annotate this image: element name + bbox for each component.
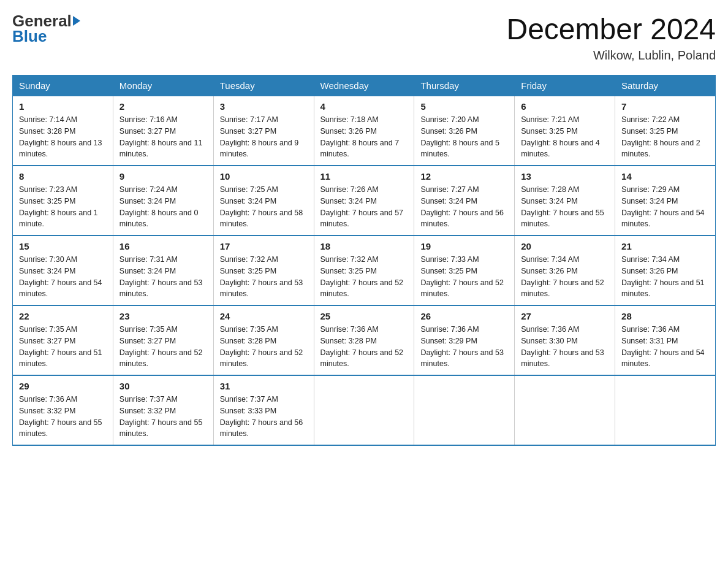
day-cell: 17 Sunrise: 7:32 AMSunset: 3:25 PMDaylig… (213, 236, 314, 305)
day-number: 19 (420, 241, 508, 251)
logo: General Blue (12, 12, 80, 45)
day-number: 3 (220, 101, 308, 112)
day-number: 15 (19, 241, 107, 251)
logo-arrow-icon (73, 16, 80, 26)
week-row-4: 22 Sunrise: 7:35 AMSunset: 3:27 PMDaylig… (13, 305, 716, 375)
day-info: Sunrise: 7:24 AMSunset: 3:24 PMDaylight:… (119, 185, 199, 228)
day-number: 11 (320, 171, 408, 182)
day-info: Sunrise: 7:25 AMSunset: 3:24 PMDaylight:… (220, 185, 303, 228)
header-day-wednesday: Wednesday (314, 75, 414, 96)
day-cell: 12 Sunrise: 7:27 AMSunset: 3:24 PMDaylig… (414, 166, 515, 236)
day-info: Sunrise: 7:31 AMSunset: 3:24 PMDaylight:… (119, 255, 203, 298)
day-cell: 7 Sunrise: 7:22 AMSunset: 3:25 PMDayligh… (615, 96, 716, 166)
day-number: 31 (220, 381, 308, 391)
day-info: Sunrise: 7:28 AMSunset: 3:24 PMDaylight:… (521, 185, 604, 228)
day-info: Sunrise: 7:36 AMSunset: 3:29 PMDaylight:… (420, 325, 504, 368)
day-info: Sunrise: 7:36 AMSunset: 3:31 PMDaylight:… (621, 325, 705, 368)
day-info: Sunrise: 7:16 AMSunset: 3:27 PMDaylight:… (119, 115, 203, 158)
day-cell: 14 Sunrise: 7:29 AMSunset: 3:24 PMDaylig… (615, 166, 716, 236)
day-cell: 28 Sunrise: 7:36 AMSunset: 3:31 PMDaylig… (615, 305, 716, 375)
day-info: Sunrise: 7:36 AMSunset: 3:32 PMDaylight:… (19, 395, 102, 438)
day-info: Sunrise: 7:33 AMSunset: 3:25 PMDaylight:… (420, 255, 504, 298)
day-info: Sunrise: 7:32 AMSunset: 3:25 PMDaylight:… (320, 255, 404, 298)
day-number: 25 (320, 311, 408, 321)
header-day-thursday: Thursday (414, 75, 515, 96)
header-day-saturday: Saturday (615, 75, 716, 96)
day-number: 17 (220, 241, 308, 251)
day-cell: 22 Sunrise: 7:35 AMSunset: 3:27 PMDaylig… (13, 305, 113, 375)
day-info: Sunrise: 7:36 AMSunset: 3:28 PMDaylight:… (320, 325, 404, 368)
day-number: 24 (220, 311, 308, 321)
header-day-friday: Friday (515, 75, 615, 96)
day-cell (515, 375, 615, 445)
day-number: 27 (521, 311, 609, 321)
day-number: 29 (19, 381, 107, 391)
month-title: December 2024 (506, 12, 716, 46)
calendar-table: SundayMondayTuesdayWednesdayThursdayFrid… (12, 75, 716, 446)
day-number: 10 (220, 171, 308, 182)
day-info: Sunrise: 7:26 AMSunset: 3:24 PMDaylight:… (320, 185, 404, 228)
day-cell: 3 Sunrise: 7:17 AMSunset: 3:27 PMDayligh… (213, 96, 314, 166)
day-cell: 4 Sunrise: 7:18 AMSunset: 3:26 PMDayligh… (314, 96, 414, 166)
day-cell: 11 Sunrise: 7:26 AMSunset: 3:24 PMDaylig… (314, 166, 414, 236)
title-block: December 2024 Wilkow, Lublin, Poland (506, 12, 716, 63)
day-number: 12 (420, 171, 508, 182)
week-row-5: 29 Sunrise: 7:36 AMSunset: 3:32 PMDaylig… (13, 375, 716, 445)
day-cell: 13 Sunrise: 7:28 AMSunset: 3:24 PMDaylig… (515, 166, 615, 236)
day-number: 9 (119, 171, 207, 182)
day-cell: 16 Sunrise: 7:31 AMSunset: 3:24 PMDaylig… (113, 236, 213, 305)
day-info: Sunrise: 7:36 AMSunset: 3:30 PMDaylight:… (521, 325, 604, 368)
day-number: 16 (119, 241, 207, 251)
day-number: 8 (19, 171, 107, 182)
day-info: Sunrise: 7:21 AMSunset: 3:25 PMDaylight:… (521, 115, 600, 158)
header-day-sunday: Sunday (13, 75, 113, 96)
day-cell (414, 375, 515, 445)
day-info: Sunrise: 7:37 AMSunset: 3:32 PMDaylight:… (119, 395, 203, 438)
day-number: 6 (521, 101, 609, 112)
day-info: Sunrise: 7:17 AMSunset: 3:27 PMDaylight:… (220, 115, 299, 158)
header-day-monday: Monday (113, 75, 213, 96)
day-cell: 18 Sunrise: 7:32 AMSunset: 3:25 PMDaylig… (314, 236, 414, 305)
day-cell: 15 Sunrise: 7:30 AMSunset: 3:24 PMDaylig… (13, 236, 113, 305)
week-row-3: 15 Sunrise: 7:30 AMSunset: 3:24 PMDaylig… (13, 236, 716, 305)
day-cell (314, 375, 414, 445)
day-cell: 23 Sunrise: 7:35 AMSunset: 3:27 PMDaylig… (113, 305, 213, 375)
day-cell: 24 Sunrise: 7:35 AMSunset: 3:28 PMDaylig… (213, 305, 314, 375)
day-info: Sunrise: 7:35 AMSunset: 3:27 PMDaylight:… (119, 325, 203, 368)
day-cell: 5 Sunrise: 7:20 AMSunset: 3:26 PMDayligh… (414, 96, 515, 166)
day-number: 20 (521, 241, 609, 251)
day-cell (615, 375, 716, 445)
day-info: Sunrise: 7:35 AMSunset: 3:28 PMDaylight:… (220, 325, 303, 368)
day-cell: 2 Sunrise: 7:16 AMSunset: 3:27 PMDayligh… (113, 96, 213, 166)
day-number: 23 (119, 311, 207, 321)
day-cell: 1 Sunrise: 7:14 AMSunset: 3:28 PMDayligh… (13, 96, 113, 166)
day-number: 18 (320, 241, 408, 251)
day-number: 28 (621, 311, 709, 321)
day-cell: 20 Sunrise: 7:34 AMSunset: 3:26 PMDaylig… (515, 236, 615, 305)
location-text: Wilkow, Lublin, Poland (506, 48, 716, 63)
day-info: Sunrise: 7:27 AMSunset: 3:24 PMDaylight:… (420, 185, 504, 228)
week-row-1: 1 Sunrise: 7:14 AMSunset: 3:28 PMDayligh… (13, 96, 716, 166)
day-number: 4 (320, 101, 408, 112)
day-cell: 26 Sunrise: 7:36 AMSunset: 3:29 PMDaylig… (414, 305, 515, 375)
page-header: General Blue December 2024 Wilkow, Lubli… (12, 12, 716, 63)
day-number: 2 (119, 101, 207, 112)
day-cell: 29 Sunrise: 7:36 AMSunset: 3:32 PMDaylig… (13, 375, 113, 445)
day-cell: 10 Sunrise: 7:25 AMSunset: 3:24 PMDaylig… (213, 166, 314, 236)
week-row-2: 8 Sunrise: 7:23 AMSunset: 3:25 PMDayligh… (13, 166, 716, 236)
day-number: 22 (19, 311, 107, 321)
day-cell: 30 Sunrise: 7:37 AMSunset: 3:32 PMDaylig… (113, 375, 213, 445)
day-cell: 6 Sunrise: 7:21 AMSunset: 3:25 PMDayligh… (515, 96, 615, 166)
day-info: Sunrise: 7:22 AMSunset: 3:25 PMDaylight:… (621, 115, 700, 158)
day-cell: 25 Sunrise: 7:36 AMSunset: 3:28 PMDaylig… (314, 305, 414, 375)
day-cell: 21 Sunrise: 7:34 AMSunset: 3:26 PMDaylig… (615, 236, 716, 305)
day-cell: 27 Sunrise: 7:36 AMSunset: 3:30 PMDaylig… (515, 305, 615, 375)
day-info: Sunrise: 7:29 AMSunset: 3:24 PMDaylight:… (621, 185, 705, 228)
day-info: Sunrise: 7:32 AMSunset: 3:25 PMDaylight:… (220, 255, 303, 298)
day-info: Sunrise: 7:14 AMSunset: 3:28 PMDaylight:… (19, 115, 102, 158)
day-number: 1 (19, 101, 107, 112)
day-info: Sunrise: 7:37 AMSunset: 3:33 PMDaylight:… (220, 395, 303, 438)
logo-blue-text: Blue (12, 28, 80, 45)
day-cell: 8 Sunrise: 7:23 AMSunset: 3:25 PMDayligh… (13, 166, 113, 236)
day-number: 26 (420, 311, 508, 321)
